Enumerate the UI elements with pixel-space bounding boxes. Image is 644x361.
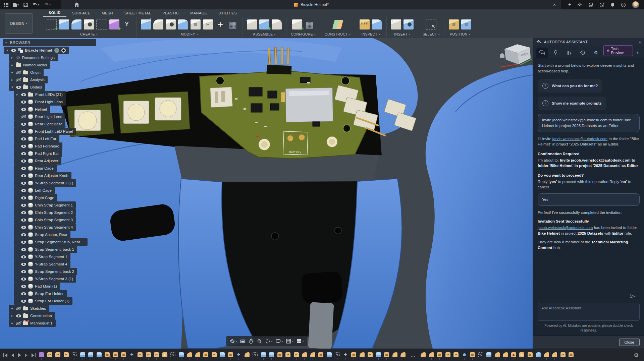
ribbon-tab-solid[interactable]: SOLID: [43, 9, 66, 17]
visibility-on-icon[interactable]: [21, 226, 26, 229]
viewports-icon[interactable]: ▾: [297, 339, 304, 344]
visibility-on-icon[interactable]: [21, 204, 26, 207]
assistant-input[interactable]: [538, 303, 640, 321]
tree-item-strap-segment-back-2[interactable]: Strap Segment, back 2: [14, 268, 77, 275]
measure-icon[interactable]: [360, 19, 370, 29]
undo-icon[interactable]: ▾: [33, 3, 39, 7]
job-status-icon[interactable]: [599, 2, 604, 7]
tree-item-rear-adjuster-knob[interactable]: Rear Adjuster Knob: [14, 172, 71, 179]
ribbon-tab-surface[interactable]: SURFACE: [66, 9, 96, 17]
visibility-on-icon[interactable]: [21, 123, 26, 126]
tree-item-rear-light-base[interactable]: Rear Light Base: [14, 120, 65, 128]
section-analysis-icon[interactable]: [372, 19, 382, 29]
tree-item-chin-strap-segment-4[interactable]: Chin Strap Segment 4: [14, 224, 76, 231]
tree-item-helmet[interactable]: Helmet: [14, 106, 50, 113]
visibility-off-icon[interactable]: [21, 115, 26, 118]
tree-item-pad-left-ear[interactable]: Pad Left Ear: [14, 135, 59, 142]
collapse-browser-icon[interactable]: «: [5, 41, 7, 44]
assistant-launch-icon[interactable]: [577, 3, 582, 7]
file-menu-icon[interactable]: ▾: [13, 3, 19, 7]
display-settings-icon[interactable]: ▾: [275, 339, 283, 344]
chevron-icon[interactable]: ▾: [5, 49, 9, 52]
visibility-on-icon[interactable]: [21, 211, 26, 214]
fillet-icon[interactable]: [153, 19, 163, 29]
tab-history[interactable]: [577, 48, 589, 58]
tree-item-bodies[interactable]: ▾Bodies: [9, 83, 45, 91]
visibility-on-icon[interactable]: [21, 292, 26, 295]
help-icon[interactable]: ?: [621, 2, 626, 7]
extensions-icon[interactable]: [588, 2, 593, 7]
pipe-icon[interactable]: [122, 19, 132, 29]
insert-mesh-icon[interactable]: [391, 19, 401, 29]
visibility-on-icon[interactable]: [21, 167, 26, 170]
chevron-icon[interactable]: ▸: [15, 93, 19, 96]
chevron-icon[interactable]: ▸: [10, 314, 14, 317]
visibility-on-icon[interactable]: [21, 152, 26, 155]
group-label-configure[interactable]: CONFIGURE▾: [291, 32, 316, 36]
chevron-icon[interactable]: ▸: [10, 71, 14, 74]
tree-item-document-settings[interactable]: ▸⚙Document Settings: [9, 54, 58, 61]
visibility-on-icon[interactable]: [11, 49, 16, 52]
configuration-table-icon[interactable]: [305, 19, 315, 29]
chevron-icon[interactable]: ▸: [10, 307, 14, 310]
tree-item-pad-main-1-[interactable]: Pad Main (1): [14, 283, 60, 290]
visibility-on-icon[interactable]: [21, 219, 26, 222]
visibility-on-icon[interactable]: [21, 174, 26, 177]
tree-item-front-light-led-panel[interactable]: Front Light LED Panel: [14, 128, 76, 135]
tree-item-strap-ear-holder[interactable]: Strap Ear Holder: [14, 290, 67, 297]
tree-item-pad-forehead[interactable]: Pad Forehead: [14, 142, 62, 150]
look-at-icon[interactable]: [240, 339, 245, 344]
user-avatar[interactable]: [632, 1, 639, 8]
collaborator-avatar[interactable]: J: [54, 48, 59, 53]
step-back-icon[interactable]: [11, 353, 14, 357]
tree-item-construction[interactable]: ▸Construction: [9, 312, 55, 319]
visibility-on-icon[interactable]: [21, 300, 26, 303]
move-copy-icon[interactable]: [215, 19, 225, 29]
revolve-icon[interactable]: [71, 19, 82, 29]
grid-icon[interactable]: ▾: [286, 339, 293, 344]
ribbon-tab-mesh[interactable]: MESH: [96, 9, 118, 17]
visibility-on-icon[interactable]: [21, 196, 26, 199]
redo-icon[interactable]: ▾: [44, 3, 51, 7]
group-label-create[interactable]: CREATE▾: [80, 32, 98, 36]
save-icon[interactable]: [23, 3, 28, 7]
prompt-suggestion-button[interactable]: ? What can you do for me?: [538, 79, 602, 93]
orbit-icon[interactable]: ▾: [229, 339, 237, 344]
configure-icon[interactable]: [292, 19, 302, 29]
ribbon-tab-plastic[interactable]: PLASTIC: [157, 9, 185, 17]
view-cube[interactable]: BACK: [499, 40, 534, 70]
tree-item-y-strap-segment-4[interactable]: Y-Strap Segment 4: [14, 260, 70, 268]
tree-item-bicycle-helmet[interactable]: ▾Bicycle HelmetJ: [4, 47, 69, 54]
chevron-icon[interactable]: ▸: [10, 321, 14, 325]
go-to-start-icon[interactable]: [3, 353, 8, 357]
visibility-on-icon[interactable]: [21, 270, 26, 273]
play-icon[interactable]: [17, 353, 21, 357]
construction-plane-icon[interactable]: [332, 20, 343, 29]
rectangular-pattern-icon[interactable]: [96, 19, 107, 30]
email-link[interactable]: jacob.weinstock@autodesk.com: [552, 137, 607, 141]
tree-item-pad-right-ear[interactable]: Pad Right Ear: [14, 150, 62, 157]
tech-preview-badge[interactable]: Tech Preview: [603, 45, 633, 56]
chevron-icon[interactable]: ▸: [10, 63, 14, 67]
group-label-select[interactable]: SELECT▾: [423, 32, 440, 36]
shell-icon[interactable]: [166, 19, 176, 29]
visibility-on-icon[interactable]: [21, 182, 26, 185]
visibility-on-icon[interactable]: [21, 160, 26, 163]
group-label-inspect[interactable]: INSPECT▾: [362, 32, 380, 36]
chevron-icon[interactable]: ▸: [10, 78, 14, 81]
tree-item-front-leds-21-[interactable]: ▸Front LEDs (21): [14, 91, 66, 98]
visibility-on-icon[interactable]: [21, 241, 26, 244]
tree-item-strap-segment-stub-rear-[interactable]: Strap Segment Stub, Rear ...: [14, 238, 88, 246]
group-label-insert[interactable]: INSERT▾: [394, 32, 410, 36]
offset-face-icon[interactable]: [191, 19, 201, 29]
tree-item-y-strap-segment-3-1-[interactable]: Y-Strap Segment 3 (1): [14, 275, 76, 283]
tab-chat[interactable]: [536, 48, 548, 58]
tree-item-strap-segment-back-1[interactable]: Strap Segment, back 1: [14, 246, 77, 253]
ribbon-tab-utilities[interactable]: UTILITIES: [213, 9, 243, 17]
email-link[interactable]: jacob.weinstock@autodesk.com: [571, 158, 630, 162]
extrude-icon[interactable]: [59, 19, 69, 29]
fit-icon[interactable]: ▾: [265, 339, 272, 344]
home-icon[interactable]: [500, 53, 504, 58]
tree-item-strap-ear-holder-1-[interactable]: Strap Ear Holder (1): [14, 297, 72, 305]
go-to-end-icon[interactable]: [31, 353, 36, 357]
